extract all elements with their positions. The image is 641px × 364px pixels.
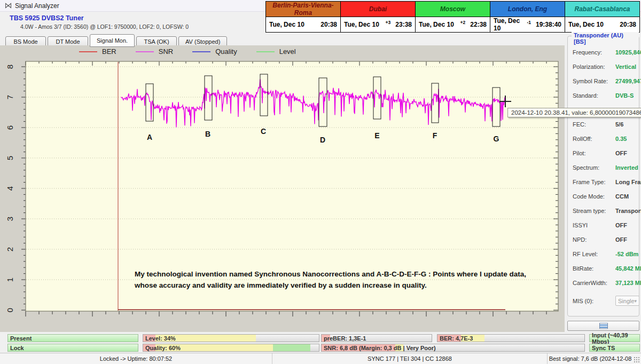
meter-label: preBER: 1,3E-1 (324, 335, 366, 342)
meter-segment (273, 344, 310, 351)
transponder-panel: Transponder (AU) [BS] Frequency:10925,84… (567, 36, 639, 316)
field-value: Transport (615, 208, 641, 214)
meter-label: Level: 34% (145, 335, 176, 342)
field-label: RF Level: (573, 251, 615, 257)
field-label: Frame Type: (573, 179, 615, 185)
svg-text:4: 4 (5, 186, 14, 191)
field-value: OFF (615, 150, 627, 156)
field-value: 45,842 Mbit/s (615, 265, 641, 272)
marker-label-f: F (433, 131, 437, 140)
meter-label: Quality: 60% (145, 345, 181, 351)
tuner-info: 4.0W - Amos 3/7 (ID: 3560) @ LOF1: 97500… (20, 23, 189, 30)
field-value: OFF (615, 222, 627, 228)
clock-time: Tue, Dec 1020:38 (266, 17, 341, 33)
field-value: Long Frame (615, 179, 641, 185)
tab-signal-mon[interactable]: Signal Mon. (90, 34, 135, 47)
svg-text:6: 6 (5, 125, 14, 130)
field-value: Inverted (615, 164, 638, 171)
badge-lock: Lock (7, 344, 138, 352)
badge-present: Present (7, 334, 138, 342)
signal-analyzer-window: Signal Analyzer TBS 5925 DVBS2 Tuner 4.0… (0, 0, 641, 364)
mis-select[interactable]: Single ▾ (615, 296, 639, 306)
field-value: Vertical (615, 64, 636, 70)
transponder-row: Pilot:OFF (568, 146, 639, 160)
clock-city: Dubai (341, 2, 416, 17)
marker-label-d: D (320, 136, 325, 144)
window-title: Signal Analyzer (15, 2, 59, 10)
transponder-row: Frame Type:Long Frame (568, 175, 639, 189)
transponder-row: Spectrum:Inverted (568, 160, 639, 175)
field-label: Stream type: (573, 208, 615, 214)
badge-sync-ts: Sync TS (589, 344, 640, 352)
meter-snr: SNR: 6,8 dB (Margin: 0,3 dB | Very Poor) (321, 344, 585, 352)
field-label: Spectrum: (573, 164, 615, 171)
status-lock-uptime: Locked -> Uptime: 80:07:52 (0, 353, 272, 364)
marker-label-g: G (494, 134, 499, 143)
chevron-down-icon: ▾ (635, 298, 637, 304)
clock-time: Tue, Dec 1020:38 (565, 17, 640, 33)
marker-label-e: E (374, 131, 379, 140)
field-value: 27499,947 KS/s (615, 78, 641, 84)
svg-text:1: 1 (5, 278, 14, 282)
field-label: FEC: (573, 121, 615, 128)
world-clocks: Berlin-Paris-Vienna-RomaDubaiMoscowLondo… (265, 1, 640, 33)
table-icon (599, 323, 608, 329)
transponder-row: RollOff:0.35 (568, 131, 639, 146)
meter-label: BER: 4,7E-3 (440, 335, 473, 342)
status-sync-counters: SYNC 177 | TEI 304 | CC 12868 (272, 353, 548, 364)
meter-level: Level: 34% (143, 334, 319, 342)
svg-text:5: 5 (5, 156, 14, 160)
meter-preber: preBER: 1,3E-1 (321, 334, 432, 342)
svg-text:8: 8 (5, 65, 14, 69)
signal-chart[interactable]: BERSNRQualityLevel 012345678ABCDEFG My t… (0, 45, 565, 332)
svg-text:0: 0 (5, 308, 14, 312)
clock-city: Berlin-Paris-Vienna-Roma (266, 2, 341, 17)
clock-city: Moscow (416, 2, 490, 17)
meter-quality: Quality: 60% (143, 344, 319, 352)
field-label: RollOff: (573, 136, 615, 142)
field-label: Symbol Rate: (573, 78, 615, 84)
field-value: OFF (615, 236, 627, 243)
resize-grip-icon[interactable] (634, 357, 640, 363)
marker-label-b: B (205, 130, 210, 138)
clock-time: Tue, Dec 10+323:38 (341, 17, 416, 33)
status-bar: Locked -> Uptime: 80:07:52 SYNC 177 | TE… (0, 353, 641, 364)
field-value: -52 dBm (615, 251, 638, 257)
transponder-row: Stream type:Transport (568, 203, 639, 218)
transponder-row: Frequency:10925,846 MHz (568, 45, 639, 59)
transponder-row: CarrierWidth:37,123 MHz (568, 275, 639, 290)
svg-text:2: 2 (5, 247, 14, 251)
transponder-row: FEC:5/6 (568, 117, 639, 131)
marker-label-a: A (147, 133, 152, 141)
clock-city: Rabat-Casablanca (565, 2, 640, 17)
field-label: CarrierWidth: (573, 280, 615, 286)
badge-input-40-39-mbps: Input (~40,39 Mbps) (589, 334, 640, 342)
transponder-row: BitRate:45,842 Mbit/s (568, 261, 639, 275)
transponder-row: NPD:OFF (568, 232, 639, 247)
clock-time: Tue, Dec 10+222:38 (416, 17, 490, 33)
field-label: Standard: (573, 92, 615, 99)
panel-action-button[interactable] (567, 321, 639, 331)
marker-label-c: C (261, 127, 266, 136)
satellite-dish-icon (5, 2, 12, 9)
transponder-row: ISSYIOFF (568, 218, 639, 232)
cursor-tooltip: 2024-12-10 20.38.41, value: 6,8000001907… (507, 108, 641, 117)
svg-text:7: 7 (5, 95, 14, 99)
panel-title: Transponder (AU) [BS] (572, 32, 639, 45)
svg-text:3: 3 (5, 217, 14, 221)
field-value: 0.35 (615, 136, 627, 142)
clock-time: Tue, Dec 10-119:38:40 (490, 17, 565, 33)
transponder-row: RF Level:-52 dBm (568, 247, 639, 261)
chart-annotation: My technological invention named Synchro… (135, 269, 541, 291)
field-label: BitRate: (573, 265, 615, 272)
meter-ber: BER: 4,7E-3 (437, 334, 585, 342)
mis-label: MIS (0): (573, 298, 615, 304)
field-label: NPD: (573, 236, 615, 243)
meter-label: SNR: 6,8 dB (Margin: 0,3 dB | Very Poor) (324, 345, 436, 351)
field-value: 10925,846 MHz (615, 49, 641, 56)
mis-value: Single (618, 298, 635, 304)
clock-city: London, Eng (490, 2, 565, 17)
status-best-signal: Best signal: 7,6 dB (2024-12-08 18:10) (548, 353, 633, 364)
field-label: Frequency: (573, 49, 615, 56)
field-value: CCM (615, 193, 629, 200)
